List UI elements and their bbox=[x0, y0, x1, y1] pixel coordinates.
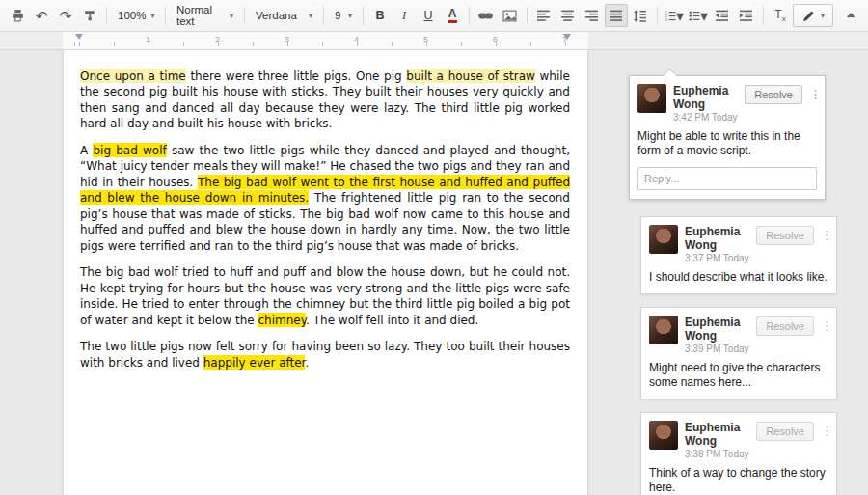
comment-card[interactable]: Euphemia Wong 3:39 PM Today Resolve ⋮ Mi… bbox=[640, 307, 837, 399]
highlighted-text-run: chimney bbox=[258, 313, 306, 327]
ruler-number: 3 bbox=[285, 35, 289, 44]
align-center-button[interactable] bbox=[556, 4, 580, 27]
font-size-select[interactable]: 9 ▾ bbox=[329, 4, 358, 27]
font-family-select[interactable]: Verdana ▾ bbox=[250, 4, 318, 27]
toolbar-separator bbox=[363, 7, 364, 24]
chevron-down-icon: ▾ bbox=[348, 12, 352, 20]
comment-card[interactable]: Euphemia Wong 3:38 PM Today Resolve ⋮ Th… bbox=[640, 412, 837, 495]
paragraph[interactable]: The big bad wolf tried to huff and puff … bbox=[80, 264, 570, 328]
paint-roller-icon bbox=[83, 9, 97, 23]
chevron-down-icon: ▾ bbox=[150, 12, 154, 20]
paragraph[interactable]: The two little pigs now felt sorry for h… bbox=[80, 339, 570, 371]
reply-input[interactable] bbox=[637, 167, 817, 190]
bold-button[interactable]: B bbox=[368, 4, 392, 27]
ruler-page-band bbox=[63, 32, 588, 49]
comment-menu-icon[interactable]: ⋮ bbox=[821, 225, 828, 241]
text-run: A bbox=[80, 143, 93, 157]
align-right-icon bbox=[584, 9, 599, 23]
avatar bbox=[649, 225, 678, 254]
document-page[interactable]: Once upon a time there were three little… bbox=[63, 50, 588, 495]
resolve-button[interactable]: Resolve bbox=[745, 85, 802, 104]
italic-button[interactable]: I bbox=[393, 4, 416, 27]
ruler-number: 6 bbox=[493, 35, 498, 44]
zoom-select[interactable]: 100% ▾ bbox=[112, 4, 160, 27]
undo-button[interactable]: ↶ bbox=[30, 4, 53, 27]
align-justify-button[interactable] bbox=[605, 4, 628, 27]
active-comment-card[interactable]: Euphemia Wong 3:42 PM Today Resolve ⋮ Mi… bbox=[629, 75, 826, 200]
line-spacing-button[interactable] bbox=[629, 4, 652, 27]
text-run: . The wolf fell into it and died. bbox=[306, 313, 478, 327]
redo-button[interactable]: ↷ bbox=[54, 4, 77, 27]
print-icon bbox=[11, 9, 25, 23]
ruler[interactable]: 1234567 bbox=[0, 32, 868, 50]
comment-timestamp: 3:37 PM Today bbox=[685, 253, 749, 263]
numbered-list-button[interactable]: 1 2 3 ▾ bbox=[663, 4, 686, 27]
ruler-number: 4 bbox=[354, 35, 359, 44]
style-value: Normal text bbox=[176, 4, 225, 27]
collapse-icon bbox=[844, 9, 858, 23]
font-size-value: 9 bbox=[335, 10, 340, 21]
resolve-button[interactable]: Resolve bbox=[756, 422, 814, 441]
clear-formatting-button[interactable]: Tx bbox=[769, 4, 792, 27]
comment-author: Euphemia Wong bbox=[685, 316, 749, 343]
text-color-button[interactable]: A bbox=[441, 4, 464, 27]
paragraph-style-select[interactable]: Normal text ▾ bbox=[171, 4, 239, 27]
line-spacing-icon bbox=[633, 9, 647, 23]
comment-card[interactable]: Euphemia Wong 3:37 PM Today Resolve ⋮ I … bbox=[640, 216, 837, 294]
paint-format-button[interactable] bbox=[78, 4, 101, 27]
bulleted-list-button[interactable]: ▾ bbox=[687, 4, 710, 27]
collapse-toolbar-button[interactable] bbox=[839, 4, 862, 27]
ruler-number: 1 bbox=[146, 35, 150, 44]
document-canvas: Once upon a time there were three little… bbox=[0, 50, 868, 493]
bulleted-list-icon bbox=[689, 9, 700, 23]
comment-timestamp: 3:39 PM Today bbox=[685, 344, 749, 354]
ruler-ticks bbox=[63, 42, 588, 46]
resolve-button[interactable]: Resolve bbox=[756, 226, 814, 245]
toolbar-separator bbox=[763, 7, 764, 24]
align-center-icon bbox=[560, 9, 575, 23]
comments-sidebar: Euphemia Wong 3:42 PM Today Resolve ⋮ Mi… bbox=[629, 75, 860, 495]
insert-link-button[interactable] bbox=[475, 4, 498, 27]
text-run: there were three little pigs. One pig bbox=[186, 69, 407, 83]
editing-mode-button[interactable]: ▾ bbox=[793, 4, 833, 27]
left-indent-marker[interactable] bbox=[75, 34, 83, 40]
resolve-button[interactable]: Resolve bbox=[756, 316, 814, 336]
text-run: The two little pigs now felt sorry for h… bbox=[80, 339, 570, 370]
text-color-icon: A bbox=[448, 8, 458, 23]
comment-menu-icon[interactable]: ⋮ bbox=[821, 316, 828, 332]
comment-menu-icon[interactable]: ⋮ bbox=[809, 84, 817, 100]
align-right-button[interactable] bbox=[581, 4, 604, 27]
toolbar-separator bbox=[657, 7, 658, 24]
toolbar-separator bbox=[469, 7, 470, 24]
paragraph[interactable]: A big bad wolf saw the two little pigs w… bbox=[80, 142, 570, 254]
align-left-icon bbox=[536, 9, 551, 23]
align-justify-icon bbox=[609, 9, 623, 23]
comment-body: I should describe what it looks like. bbox=[649, 270, 828, 285]
highlighted-text-run: big bad wolf bbox=[93, 143, 166, 157]
highlighted-text-run: happily ever after bbox=[203, 355, 306, 370]
toolbar-separator bbox=[106, 7, 107, 24]
comment-timestamp: 3:38 PM Today bbox=[685, 449, 749, 459]
indent-icon bbox=[739, 9, 753, 23]
chevron-down-icon: ▾ bbox=[821, 12, 825, 20]
toolbar-separator bbox=[165, 7, 166, 24]
numbered-list-icon: 1 2 3 bbox=[665, 9, 676, 23]
print-button[interactable] bbox=[6, 4, 29, 27]
increase-indent-button[interactable] bbox=[735, 4, 758, 27]
pen-icon bbox=[801, 9, 816, 23]
toolbar-separator bbox=[323, 7, 324, 24]
comment-timestamp: 3:42 PM Today bbox=[673, 112, 738, 123]
image-icon bbox=[502, 9, 517, 23]
comment-menu-icon[interactable]: ⋮ bbox=[821, 421, 828, 437]
align-left-button[interactable] bbox=[532, 4, 556, 27]
right-indent-marker[interactable] bbox=[563, 34, 571, 40]
decrease-indent-button[interactable] bbox=[711, 4, 734, 27]
paragraph[interactable]: Once upon a time there were three little… bbox=[80, 68, 570, 131]
comment-body: Might need to give the characters some n… bbox=[649, 361, 828, 390]
toolbar-separator bbox=[244, 7, 245, 24]
insert-image-button[interactable] bbox=[499, 4, 522, 27]
ruler-number: 2 bbox=[215, 35, 220, 44]
highlighted-text-run: built a house of straw bbox=[406, 69, 534, 83]
chevron-down-icon: ▾ bbox=[309, 12, 312, 20]
underline-button[interactable]: U bbox=[417, 4, 440, 27]
